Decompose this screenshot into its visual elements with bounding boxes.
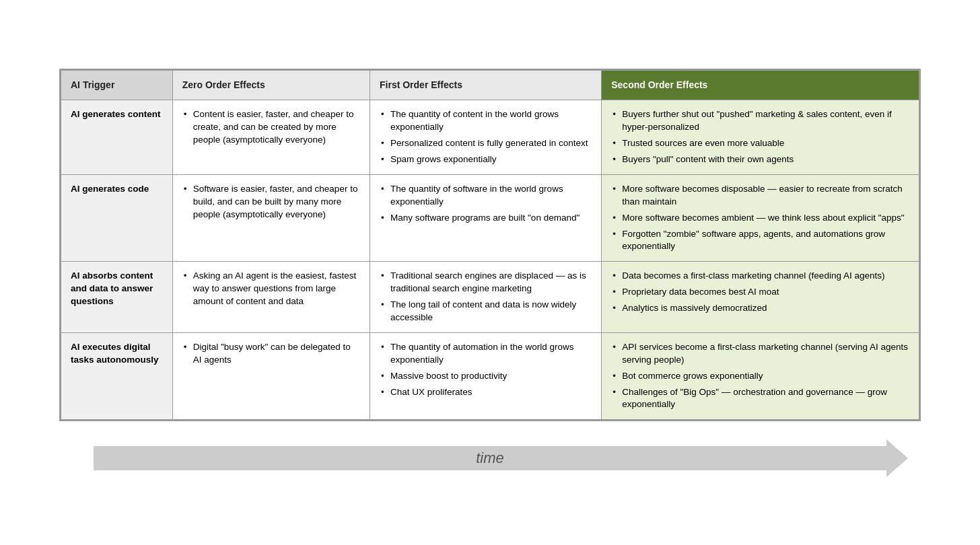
- list-item: Digital "busy work" can be delegated to …: [182, 341, 360, 367]
- list-item: Personalized content is fully generated …: [380, 137, 592, 150]
- trigger-cell-3: AI executes digital tasks autonomously: [61, 332, 173, 419]
- list-item: Buyers "pull" content with their own age…: [611, 153, 909, 166]
- list-item: The long tail of content and data is now…: [380, 299, 592, 324]
- list-item: The quantity of automation in the world …: [380, 341, 592, 367]
- zero-cell-2: Asking an AI agent is the easiest, faste…: [172, 262, 370, 333]
- list-item: Bot commerce grows exponentially: [611, 370, 909, 383]
- second-cell-1: More software becomes disposable — easie…: [602, 174, 919, 261]
- effects-table: AI Trigger Zero Order Effects First Orde…: [61, 70, 919, 421]
- header-zero: Zero Order Effects: [172, 70, 370, 100]
- first-cell-1: The quantity of software in the world gr…: [370, 174, 602, 261]
- list-item: Buyers further shut out "pushed" marketi…: [611, 108, 909, 134]
- list-item: The quantity of software in the world gr…: [380, 183, 592, 209]
- header-second: Second Order Effects: [602, 70, 919, 100]
- second-cell-3: API services become a first-class market…: [602, 332, 919, 419]
- list-item: Data becomes a first-class marketing cha…: [611, 270, 909, 283]
- list-item: More software becomes disposable — easie…: [611, 183, 909, 209]
- list-item: Massive boost to productivity: [380, 370, 592, 383]
- time-arrow: time: [94, 446, 886, 470]
- list-item: Spam grows exponentially: [380, 153, 592, 166]
- list-item: API services become a first-class market…: [611, 341, 909, 367]
- first-cell-2: Traditional search engines are displaced…: [370, 262, 602, 333]
- time-label: time: [476, 449, 504, 467]
- header-trigger: AI Trigger: [61, 70, 173, 100]
- list-item: Forgotten "zombie" software apps, agents…: [611, 228, 909, 254]
- list-item: Asking an AI agent is the easiest, faste…: [182, 270, 360, 308]
- second-cell-2: Data becomes a first-class marketing cha…: [602, 262, 919, 333]
- list-item: More software becomes ambient — we think…: [611, 212, 909, 225]
- trigger-cell-0: AI generates content: [61, 100, 173, 175]
- second-cell-0: Buyers further shut out "pushed" marketi…: [602, 100, 919, 175]
- list-item: Trusted sources are even more valuable: [611, 137, 909, 150]
- list-item: Chat UX proliferates: [380, 386, 592, 399]
- header-first: First Order Effects: [370, 70, 602, 100]
- time-arrow-section: time: [59, 440, 921, 476]
- zero-cell-1: Software is easier, faster, and cheaper …: [172, 174, 370, 261]
- list-item: The quantity of content in the world gro…: [380, 108, 592, 134]
- list-item: Many software programs are built "on dem…: [380, 212, 592, 225]
- list-item: Analytics is massively democratized: [611, 302, 909, 315]
- list-item: Traditional search engines are displaced…: [380, 270, 592, 295]
- zero-cell-3: Digital "busy work" can be delegated to …: [172, 332, 370, 419]
- list-item: Proprietary data becomes best AI moat: [611, 286, 909, 299]
- list-item: Challenges of "Big Ops" — orchestration …: [611, 386, 909, 412]
- zero-cell-0: Content is easier, faster, and cheaper t…: [172, 100, 370, 175]
- first-cell-0: The quantity of content in the world gro…: [370, 100, 602, 175]
- trigger-cell-2: AI absorbs content and data to answer qu…: [61, 262, 173, 333]
- list-item: Content is easier, faster, and cheaper t…: [182, 108, 360, 147]
- main-table-wrapper: AI Trigger Zero Order Effects First Orde…: [59, 69, 921, 422]
- list-item: Software is easier, faster, and cheaper …: [182, 183, 360, 221]
- first-cell-3: The quantity of automation in the world …: [370, 332, 602, 419]
- trigger-cell-1: AI generates code: [61, 174, 173, 261]
